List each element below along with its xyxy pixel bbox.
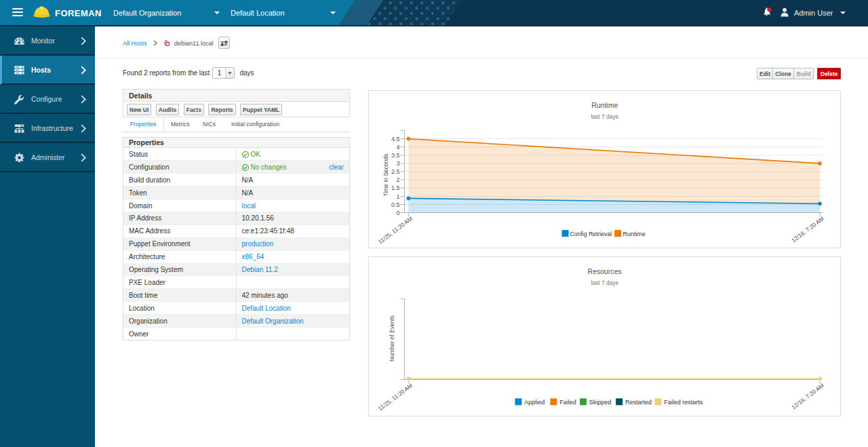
svg-text:Skipped: Skipped	[589, 399, 612, 406]
svg-text:1: 1	[396, 193, 399, 200]
svg-text:1.5: 1.5	[391, 184, 400, 191]
svg-text:Number of Events: Number of Events	[389, 315, 395, 362]
svg-text:11/25, 11:20 AM: 11/25, 11:20 AM	[377, 382, 414, 412]
svg-text:2.5: 2.5	[391, 168, 400, 175]
svg-text:Failed restarts: Failed restarts	[664, 399, 703, 406]
svg-text:0: 0	[396, 210, 399, 216]
svg-text:Time in Seconds: Time in Seconds	[382, 154, 389, 197]
svg-text:last 7 days: last 7 days	[591, 113, 618, 120]
svg-text:12/16, 7:20 AM: 12/16, 7:20 AM	[790, 215, 825, 244]
svg-text:Runtime: Runtime	[623, 231, 646, 237]
svg-text:11/25, 11:20 AM: 11/25, 11:20 AM	[377, 215, 414, 245]
svg-text:0.5: 0.5	[391, 201, 400, 208]
svg-text:last 7 days: last 7 days	[591, 279, 618, 286]
svg-text:2: 2	[396, 176, 399, 183]
svg-text:4.5: 4.5	[391, 136, 400, 142]
svg-text:12/16, 7:20 AM: 12/16, 7:20 AM	[790, 382, 825, 410]
svg-text:Resources: Resources	[588, 267, 622, 275]
svg-text:3.5: 3.5	[391, 152, 400, 159]
svg-text:Restarted: Restarted	[625, 399, 652, 406]
svg-text:Runtime: Runtime	[591, 101, 618, 109]
svg-text:Failed: Failed	[559, 399, 576, 406]
svg-text:4: 4	[396, 144, 399, 151]
svg-text:3: 3	[396, 160, 399, 167]
svg-text:Applied: Applied	[524, 399, 545, 406]
svg-text:Config Retrieval: Config Retrieval	[570, 231, 612, 237]
